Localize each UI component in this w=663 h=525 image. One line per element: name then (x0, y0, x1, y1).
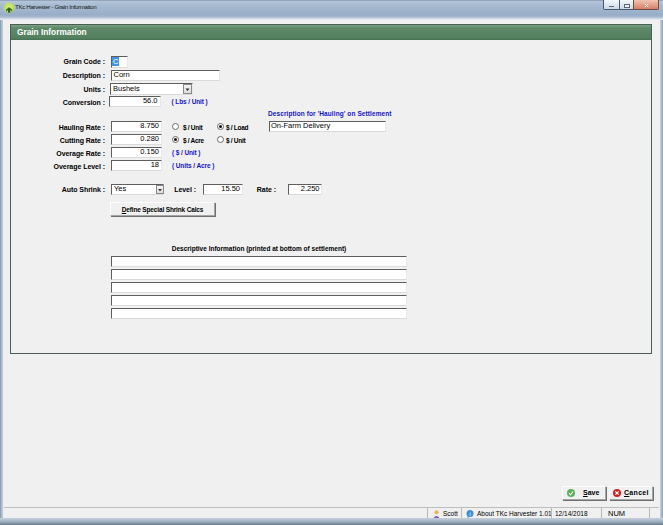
svg-text:i: i (469, 511, 470, 517)
